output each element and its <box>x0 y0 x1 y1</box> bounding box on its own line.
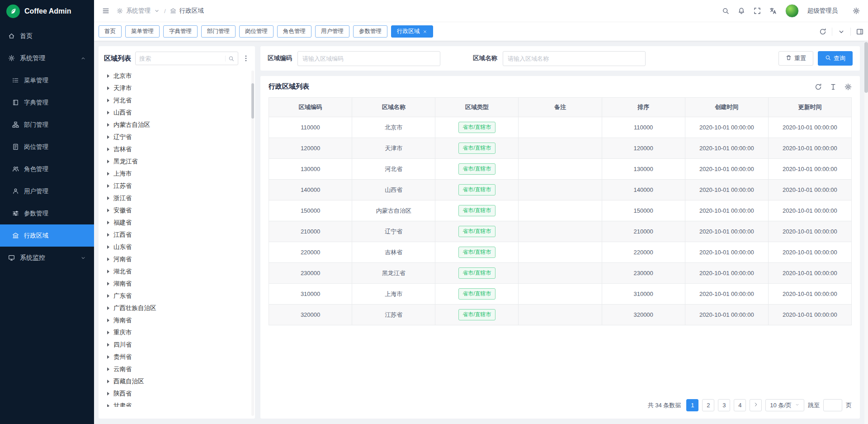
table-row[interactable]: 120000天津市省市/直辖市1200002020-10-01 00:00:00… <box>269 138 852 159</box>
tree-item[interactable]: 河南省 <box>104 253 250 265</box>
tree-item[interactable]: 江西省 <box>104 229 250 241</box>
tab-item[interactable]: 用户管理 <box>315 25 349 38</box>
query-button[interactable]: 查询 <box>818 51 853 66</box>
table-row[interactable]: 130000河北省省市/直辖市1300002020-10-01 00:00:00… <box>269 159 852 180</box>
table-row[interactable]: 150000内蒙古自治区省市/直辖市1500002020-10-01 00:00… <box>269 200 852 221</box>
tree-item[interactable]: 湖北省 <box>104 265 250 277</box>
region-name-input[interactable] <box>503 51 646 66</box>
tree-item[interactable]: 广东省 <box>104 290 250 302</box>
caret-right-icon[interactable] <box>107 221 109 224</box>
table-row[interactable]: 220000吉林省省市/直辖市2200002020-10-01 00:00:00… <box>269 242 852 263</box>
table-row[interactable]: 310000上海市省市/直辖市3100002020-10-01 00:00:00… <box>269 284 852 305</box>
tree-item[interactable]: 广西壮族自治区 <box>104 302 250 314</box>
sidebar-item-home[interactable]: 首页 <box>0 25 94 47</box>
tree-item[interactable]: 湖南省 <box>104 277 250 290</box>
tab-item[interactable]: 岗位管理 <box>239 25 274 38</box>
table-row[interactable]: 140000山西省省市/直辖市1400002020-10-01 00:00:00… <box>269 180 852 200</box>
caret-right-icon[interactable] <box>107 294 109 298</box>
tree-item[interactable]: 山东省 <box>104 241 250 253</box>
caret-right-icon[interactable] <box>107 74 109 78</box>
sidebar-item-user[interactable]: 用户管理 <box>0 180 94 202</box>
caret-right-icon[interactable] <box>107 270 109 273</box>
tree-item[interactable]: 江苏省 <box>104 180 250 192</box>
tab-item[interactable]: 首页 <box>99 25 122 38</box>
caret-right-icon[interactable] <box>107 160 109 163</box>
more-options-icon[interactable] <box>242 55 250 62</box>
bell-icon[interactable] <box>738 7 745 14</box>
caret-right-icon[interactable] <box>107 172 109 176</box>
region-code-input[interactable] <box>297 51 440 66</box>
tree-item[interactable]: 安徽省 <box>104 204 250 216</box>
caret-right-icon[interactable] <box>107 257 109 261</box>
tree-item[interactable]: 山西省 <box>104 106 250 119</box>
table-row[interactable]: 230000黑龙江省省市/直辖市2300002020-10-01 00:00:0… <box>269 263 852 284</box>
scrollbar-thumb[interactable] <box>251 83 254 119</box>
column-settings-gear-icon[interactable] <box>844 83 852 91</box>
tree-item[interactable]: 北京市 <box>104 70 250 82</box>
tree-item[interactable]: 福建省 <box>104 216 250 229</box>
sidebar-item-org[interactable]: 部门管理 <box>0 114 94 136</box>
tab-item[interactable]: 行政区域 <box>391 25 433 38</box>
refresh-icon[interactable] <box>819 28 826 35</box>
text-width-icon[interactable] <box>830 83 837 91</box>
refresh-icon[interactable] <box>815 83 822 91</box>
search-icon[interactable] <box>225 56 234 62</box>
tree-item[interactable]: 四川省 <box>104 338 250 351</box>
caret-right-icon[interactable] <box>107 367 109 371</box>
search-icon[interactable] <box>722 7 729 14</box>
caret-right-icon[interactable] <box>107 355 109 359</box>
caret-right-icon[interactable] <box>107 135 109 139</box>
tree-item[interactable]: 云南省 <box>104 363 250 375</box>
tree-item[interactable]: 西藏自治区 <box>104 375 250 387</box>
tree-item[interactable]: 内蒙古自治区 <box>104 119 250 131</box>
tab-item[interactable]: 字典管理 <box>163 25 198 38</box>
caret-right-icon[interactable] <box>107 331 109 334</box>
next-page-button[interactable] <box>750 399 762 411</box>
tab-item[interactable]: 菜单管理 <box>125 25 160 38</box>
caret-right-icon[interactable] <box>107 245 109 249</box>
tree-item[interactable]: 黑龙江省 <box>104 155 250 167</box>
page-button[interactable]: 4 <box>734 399 746 411</box>
caret-right-icon[interactable] <box>107 209 109 212</box>
table-row[interactable]: 210000辽宁省省市/直辖市2100002020-10-01 00:00:00… <box>269 221 852 242</box>
caret-right-icon[interactable] <box>107 233 109 237</box>
caret-right-icon[interactable] <box>107 123 109 127</box>
scrollbar-thumb[interactable] <box>864 42 868 93</box>
username[interactable]: 超级管理员 <box>807 7 838 15</box>
caret-right-icon[interactable] <box>107 343 109 347</box>
tree-item[interactable]: 甘肃省 <box>104 400 250 407</box>
avatar[interactable] <box>785 4 799 18</box>
tree-search-input[interactable] <box>139 55 225 62</box>
reset-button[interactable]: 重置 <box>778 51 813 66</box>
translate-icon[interactable] <box>769 7 777 14</box>
sidebar-item-people[interactable]: 角色管理 <box>0 158 94 180</box>
sidebar-toggle-icon[interactable] <box>102 7 109 14</box>
caret-right-icon[interactable] <box>107 404 109 407</box>
tree-item[interactable]: 辽宁省 <box>104 131 250 143</box>
tab-item[interactable]: 参数管理 <box>353 25 387 38</box>
sidebar-item-sliders[interactable]: 参数管理 <box>0 202 94 224</box>
sidebar-item-list[interactable]: 菜单管理 <box>0 69 94 91</box>
page-button[interactable]: 1 <box>686 399 698 411</box>
page-button[interactable]: 2 <box>702 399 714 411</box>
caret-right-icon[interactable] <box>107 184 109 188</box>
caret-right-icon[interactable] <box>107 380 109 383</box>
tabs-menu-chevron-down-icon[interactable] <box>838 28 845 35</box>
caret-right-icon[interactable] <box>107 392 109 395</box>
caret-right-icon[interactable] <box>107 148 109 151</box>
logo[interactable]: Coffee Admin <box>0 0 94 22</box>
tree-item[interactable]: 天津市 <box>104 82 250 94</box>
caret-right-icon[interactable] <box>107 319 109 322</box>
close-icon[interactable] <box>423 29 427 34</box>
tree-item[interactable]: 陕西省 <box>104 387 250 400</box>
sidebar-item-system[interactable]: 系统管理 <box>0 47 94 69</box>
caret-right-icon[interactable] <box>107 99 109 102</box>
sidebar-item-monitor[interactable]: 系统监控 <box>0 247 94 269</box>
tree-scrollbar[interactable] <box>251 71 254 416</box>
tree-item[interactable]: 重庆市 <box>104 326 250 338</box>
tree-item[interactable]: 海南省 <box>104 314 250 326</box>
caret-right-icon[interactable] <box>107 306 109 310</box>
caret-right-icon[interactable] <box>107 86 109 90</box>
sidebar-item-badge[interactable]: 岗位管理 <box>0 136 94 158</box>
tree-item[interactable]: 贵州省 <box>104 351 250 363</box>
